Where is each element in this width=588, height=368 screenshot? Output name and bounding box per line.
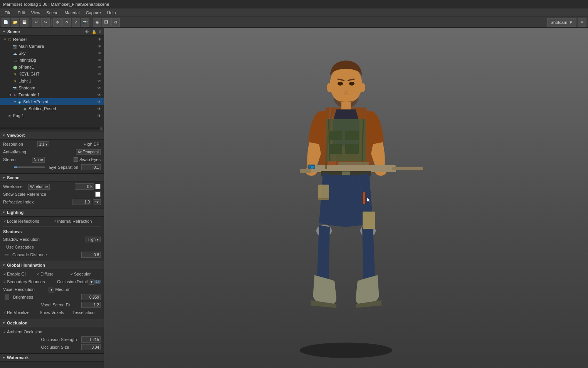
shadow-resolution-dropdown[interactable]: High ▾ (86, 237, 101, 242)
sp-expand-icon[interactable]: ▼ (13, 100, 17, 104)
tree-item-soldierposed[interactable]: ▼ ◈ SoldierPosed 👁 (0, 98, 104, 105)
menu-view[interactable]: View (28, 10, 44, 16)
viewport[interactable] (104, 28, 588, 368)
toolbar-undo[interactable]: ↩ (32, 18, 40, 27)
fog-icon: ≈ (7, 113, 12, 118)
scene-section-header[interactable]: ▼ Scene (0, 173, 104, 182)
light1-vis-icon[interactable]: 👁 (97, 78, 102, 84)
scene-tree-resize-icon[interactable] (98, 30, 101, 33)
toolbar-rotate[interactable]: ↻ (62, 18, 71, 27)
toolbar-capture[interactable]: 🎞 (102, 18, 111, 27)
toolbar-redo[interactable]: ↪ (41, 18, 50, 27)
toolbar-pipette[interactable]: ✏ (578, 18, 586, 27)
cascade-distance-label: Cascade Distance (10, 252, 47, 257)
gi-section-header[interactable]: ▼ Global Illumination (0, 261, 104, 269)
wireframe-value-input[interactable] (75, 183, 94, 190)
menu-help[interactable]: Help (104, 10, 119, 16)
bg-vis-icon[interactable]: 👁 (97, 57, 102, 63)
eye-separation-slider[interactable] (14, 166, 45, 168)
tree-item-infinitebg[interactable]: ▭ InfiniteBg 👁 (0, 57, 104, 64)
toolbar-move[interactable]: ✥ (53, 18, 62, 27)
wireframe-color-swatch[interactable] (95, 184, 101, 189)
viewport-section-header[interactable]: ▼ Viewport (0, 131, 104, 139)
stereo-dropdown[interactable]: None (32, 157, 45, 163)
left-panel: ▼ Scene 👁 🔒 ▼ ⬡ Render 👁 (0, 28, 104, 368)
lighting-section-content: ✓ Local Reflections ✓ Internal Refractio… (0, 217, 104, 259)
refractive-preset-btn[interactable]: ≡▾ (93, 199, 101, 205)
brightness-input[interactable] (81, 294, 101, 300)
toolbar-save[interactable]: 💾 (20, 18, 29, 27)
scene-tree-eye-icon[interactable]: 👁 (84, 29, 90, 34)
refractive-index-input[interactable] (72, 199, 91, 205)
resize-grip[interactable] (100, 127, 103, 130)
tree-item-fog1[interactable]: ≈ Fog 1 👁 (0, 112, 104, 119)
menu-capture[interactable]: Capture (83, 10, 104, 16)
sky-vis-icon[interactable]: 👁 (97, 50, 102, 56)
menu-material[interactable]: Material (62, 10, 83, 16)
cascade-distance-input[interactable] (81, 252, 101, 258)
show-scale-swatch[interactable] (95, 192, 101, 197)
voxel-scene-fit-input[interactable] (81, 302, 101, 308)
cascade-slider-small[interactable] (5, 254, 8, 255)
plane-icon: ⬤ (12, 64, 18, 70)
tree-item-render[interactable]: ▼ ⬡ Render 👁 (0, 36, 104, 43)
bg-expand-icon (8, 58, 12, 62)
shotcam-dropdown[interactable]: Shotcam ▼ (547, 18, 576, 27)
anti-aliasing-dropdown[interactable]: 4x Temporal (76, 149, 101, 155)
toolbar-settings[interactable]: ⚙ (111, 18, 120, 27)
render-expand-icon[interactable]: ▼ (3, 37, 7, 41)
shotcam-vis-icon[interactable]: 👁 (97, 85, 102, 91)
turntable-expand-icon[interactable]: ▼ (8, 93, 12, 97)
wireframe-dropdown[interactable]: Wireframe (28, 184, 50, 190)
tree-properties-resize[interactable] (0, 128, 104, 129)
render-area[interactable] (104, 28, 588, 368)
watermark-section-header[interactable]: ▼ Watermark (0, 353, 104, 362)
eye-separation-input[interactable]: 0.1 (81, 164, 101, 170)
sp2-vis-icon[interactable]: 👁 (97, 106, 102, 111)
occlusion-section-header[interactable]: ▼ Occlusion (0, 319, 104, 327)
sp-vis-icon[interactable]: 👁 (97, 99, 102, 104)
voxel-resolution-dropdown[interactable]: ▾ (49, 287, 54, 292)
tree-item-turntable1[interactable]: ▼ ↻ Turntable 1 👁 (0, 91, 104, 98)
fog-vis-icon[interactable]: 👁 (97, 113, 102, 118)
show-voxels-label[interactable]: Show Voxels (35, 310, 68, 315)
eye-separation-row: Eye Separation 0.1 (0, 163, 104, 171)
scene-tree-lock-icon[interactable]: 🔒 (91, 29, 97, 34)
toolbar-new[interactable]: 📄 (2, 18, 10, 27)
swap-eyes-checkbox[interactable] (74, 157, 78, 162)
plane-vis-icon[interactable]: 👁 (97, 64, 102, 70)
toolbar-camera[interactable]: 📷 (81, 18, 89, 27)
plane-label: pPlane1 (18, 65, 97, 69)
occlusion-strength-input[interactable] (81, 336, 101, 343)
menu-edit[interactable]: Edit (15, 10, 28, 16)
camera-vis-icon[interactable]: 👁 (97, 44, 102, 49)
keylight-vis-icon[interactable]: 👁 (97, 71, 102, 77)
occlusion-detail-dropdown[interactable]: ▾ (89, 279, 94, 285)
plane-right-icons: 👁 (97, 64, 104, 70)
lighting-section-header[interactable]: ▼ Lighting (0, 208, 104, 217)
scene-tree-title: ▼ Scene (2, 29, 20, 34)
render-visibility-icon[interactable]: 👁 (97, 37, 102, 42)
toolbar-scale[interactable]: ⤢ (72, 18, 80, 27)
tree-item-light1[interactable]: ☀ Light 1 👁 (0, 77, 104, 84)
refractive-index-extra[interactable]: ≡▾ (93, 199, 101, 205)
menu-file[interactable]: File (2, 10, 15, 16)
svg-rect-12 (338, 162, 369, 165)
svg-rect-6 (341, 102, 351, 110)
brightness-slider-handle[interactable] (5, 294, 9, 300)
turntable-vis-icon[interactable]: 👁 (97, 92, 102, 97)
tessellation-label[interactable]: Tessellation (68, 310, 101, 315)
tree-item-soldier-posed2[interactable]: ◈ Soldier_Posed 👁 (0, 105, 104, 112)
tree-item-sky[interactable]: ☁ Sky 👁 (0, 50, 104, 57)
toolbar-open[interactable]: 📁 (11, 18, 19, 27)
menu-scene[interactable]: Scene (43, 10, 61, 16)
resolution-dropdown[interactable]: 1:1 ▾ (37, 141, 50, 147)
tree-item-shotcam[interactable]: 📷 Shotcam 👁 (0, 84, 104, 91)
fog-right-icons: 👁 (97, 113, 104, 118)
tree-item-main-camera[interactable]: 📷 Main Camera 👁 (0, 43, 104, 50)
tree-item-keylight[interactable]: ☀ KEYLIGHT 👁 (0, 71, 104, 77)
occlusion-size-input[interactable] (81, 344, 101, 350)
tree-item-pplane1[interactable]: ⬤ pPlane1 👁 (0, 64, 104, 71)
toolbar-render[interactable]: ◉ (93, 18, 101, 27)
sky-label: Sky (18, 51, 97, 55)
